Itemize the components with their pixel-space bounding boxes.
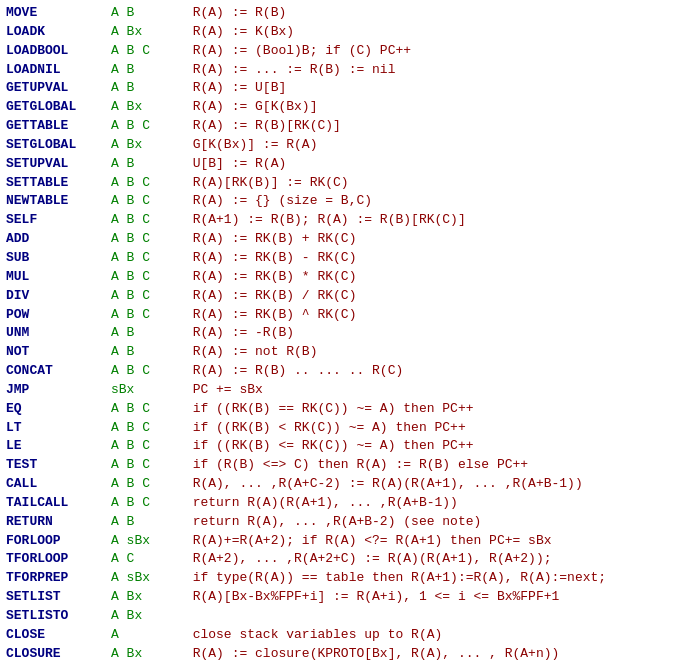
table-row: SETGLOBALA BxG[K(Bx)] := R(A) bbox=[6, 136, 675, 155]
instruction-name: RETURN bbox=[6, 513, 111, 532]
instruction-name: POW bbox=[6, 306, 111, 325]
instruction-args: A B C bbox=[111, 362, 193, 381]
instruction-name: MOVE bbox=[6, 4, 111, 23]
instruction-args: A B C bbox=[111, 268, 193, 287]
instruction-desc: R(A) := RK(B) / RK(C) bbox=[193, 287, 675, 306]
table-row: LTA B Cif ((RK(B) < RK(C)) ~= A) then PC… bbox=[6, 419, 675, 438]
instruction-args: A Bx bbox=[111, 588, 193, 607]
instruction-name: SETGLOBAL bbox=[6, 136, 111, 155]
instruction-name: TEST bbox=[6, 456, 111, 475]
instruction-args: A B C bbox=[111, 230, 193, 249]
instruction-name: MUL bbox=[6, 268, 111, 287]
table-row: UNMA BR(A) := -R(B) bbox=[6, 324, 675, 343]
instruction-desc: R(A) := R(B)[RK(C)] bbox=[193, 117, 675, 136]
instruction-desc: if ((RK(B) < RK(C)) ~= A) then PC++ bbox=[193, 419, 675, 438]
instruction-args: A B bbox=[111, 343, 193, 362]
instruction-args: A B C bbox=[111, 42, 193, 61]
instruction-desc: R(A) := ... := R(B) := nil bbox=[193, 61, 675, 80]
instruction-name: GETGLOBAL bbox=[6, 98, 111, 117]
instruction-desc: R(A)+=R(A+2); if R(A) <?= R(A+1) then PC… bbox=[193, 532, 675, 551]
table-row: NEWTABLEA B CR(A) := {} (size = B,C) bbox=[6, 192, 675, 211]
instruction-args: A B C bbox=[111, 287, 193, 306]
instruction-args: A B C bbox=[111, 437, 193, 456]
instruction-desc: R(A+1) := R(B); R(A) := R(B)[RK(C)] bbox=[193, 211, 675, 230]
table-row: LEA B Cif ((RK(B) <= RK(C)) ~= A) then P… bbox=[6, 437, 675, 456]
instruction-desc: R(A) := RK(B) + RK(C) bbox=[193, 230, 675, 249]
instruction-desc: R(A), ... ,R(A+C-2) := R(A)(R(A+1), ... … bbox=[193, 475, 675, 494]
table-row: GETUPVALA BR(A) := U[B] bbox=[6, 79, 675, 98]
table-row: SETTABLEA B CR(A)[RK(B)] := RK(C) bbox=[6, 174, 675, 193]
instruction-name: SETUPVAL bbox=[6, 155, 111, 174]
table-row: CLOSEAclose stack variables up to R(A) bbox=[6, 626, 675, 645]
instruction-args: A B bbox=[111, 79, 193, 98]
instruction-args: A B bbox=[111, 155, 193, 174]
table-row: LOADBOOLA B CR(A) := (Bool)B; if (C) PC+… bbox=[6, 42, 675, 61]
instruction-args: A B bbox=[111, 4, 193, 23]
instruction-desc: R(A) := closure(KPROTO[Bx], R(A), ... , … bbox=[193, 645, 675, 664]
instruction-name: GETTABLE bbox=[6, 117, 111, 136]
instruction-desc: G[K(Bx)] := R(A) bbox=[193, 136, 675, 155]
instruction-args: A B C bbox=[111, 306, 193, 325]
instruction-name: DIV bbox=[6, 287, 111, 306]
table-row: LOADNILA BR(A) := ... := R(B) := nil bbox=[6, 61, 675, 80]
table-row: RETURNA Breturn R(A), ... ,R(A+B-2) (see… bbox=[6, 513, 675, 532]
instruction-name: SUB bbox=[6, 249, 111, 268]
table-row: MULA B CR(A) := RK(B) * RK(C) bbox=[6, 268, 675, 287]
instruction-name: LT bbox=[6, 419, 111, 438]
instruction-desc: if ((RK(B) == RK(C)) ~= A) then PC++ bbox=[193, 400, 675, 419]
instruction-desc: if type(R(A)) == table then R(A+1):=R(A)… bbox=[193, 569, 675, 588]
instruction-desc: R(A) := RK(B) - RK(C) bbox=[193, 249, 675, 268]
instruction-args: A bbox=[111, 626, 193, 645]
instruction-args: A Bx bbox=[111, 645, 193, 664]
instruction-args: A Bx bbox=[111, 136, 193, 155]
instruction-name: LOADK bbox=[6, 23, 111, 42]
instruction-name: SETTABLE bbox=[6, 174, 111, 193]
instruction-args: A Bx bbox=[111, 607, 193, 626]
instruction-desc: R(A) := R(B) bbox=[193, 4, 675, 23]
table-row: GETTABLEA B CR(A) := R(B)[RK(C)] bbox=[6, 117, 675, 136]
table-row: TFORLOOPA CR(A+2), ... ,R(A+2+C) := R(A)… bbox=[6, 550, 675, 569]
instruction-desc: R(A) := -R(B) bbox=[193, 324, 675, 343]
table-row: LOADKA BxR(A) := K(Bx) bbox=[6, 23, 675, 42]
instruction-args: A B bbox=[111, 324, 193, 343]
table-row: EQA B Cif ((RK(B) == RK(C)) ~= A) then P… bbox=[6, 400, 675, 419]
table-row: TAILCALLA B Creturn R(A)(R(A+1), ... ,R(… bbox=[6, 494, 675, 513]
table-row: SETLISTA BxR(A)[Bx-Bx%FPF+i] := R(A+i), … bbox=[6, 588, 675, 607]
instruction-desc: if (R(B) <=> C) then R(A) := R(B) else P… bbox=[193, 456, 675, 475]
instruction-name: NOT bbox=[6, 343, 111, 362]
instruction-name: JMP bbox=[6, 381, 111, 400]
table-row: CALLA B CR(A), ... ,R(A+C-2) := R(A)(R(A… bbox=[6, 475, 675, 494]
instruction-args: A C bbox=[111, 550, 193, 569]
instruction-name: CLOSURE bbox=[6, 645, 111, 664]
instruction-name: EQ bbox=[6, 400, 111, 419]
table-row: ADDA B CR(A) := RK(B) + RK(C) bbox=[6, 230, 675, 249]
instruction-desc: close stack variables up to R(A) bbox=[193, 626, 675, 645]
instruction-desc: R(A)[Bx-Bx%FPF+i] := R(A+i), 1 <= i <= B… bbox=[193, 588, 675, 607]
instruction-desc: PC += sBx bbox=[193, 381, 675, 400]
instruction-desc bbox=[193, 607, 675, 626]
instruction-args: A sBx bbox=[111, 532, 193, 551]
instruction-args: A B bbox=[111, 61, 193, 80]
instruction-desc: R(A) := (Bool)B; if (C) PC++ bbox=[193, 42, 675, 61]
instruction-desc: R(A) := RK(B) ^ RK(C) bbox=[193, 306, 675, 325]
instruction-args: A B C bbox=[111, 475, 193, 494]
table-row: NOTA BR(A) := not R(B) bbox=[6, 343, 675, 362]
table-row: CLOSUREA BxR(A) := closure(KPROTO[Bx], R… bbox=[6, 645, 675, 664]
instruction-name: CALL bbox=[6, 475, 111, 494]
instruction-desc: R(A+2), ... ,R(A+2+C) := R(A)(R(A+1), R(… bbox=[193, 550, 675, 569]
table-row: SETLISTOA Bx bbox=[6, 607, 675, 626]
instruction-name: TFORLOOP bbox=[6, 550, 111, 569]
instruction-desc: R(A) := U[B] bbox=[193, 79, 675, 98]
instruction-desc: return R(A), ... ,R(A+B-2) (see note) bbox=[193, 513, 675, 532]
instruction-args: sBx bbox=[111, 381, 193, 400]
table-row: TESTA B Cif (R(B) <=> C) then R(A) := R(… bbox=[6, 456, 675, 475]
table-row: JMPsBxPC += sBx bbox=[6, 381, 675, 400]
instruction-desc: R(A) := RK(B) * RK(C) bbox=[193, 268, 675, 287]
instruction-name: CLOSE bbox=[6, 626, 111, 645]
instruction-name: UNM bbox=[6, 324, 111, 343]
instruction-args: A sBx bbox=[111, 569, 193, 588]
instruction-name: ADD bbox=[6, 230, 111, 249]
instruction-desc: R(A) := not R(B) bbox=[193, 343, 675, 362]
instruction-args: A B C bbox=[111, 419, 193, 438]
instruction-args: A B C bbox=[111, 211, 193, 230]
